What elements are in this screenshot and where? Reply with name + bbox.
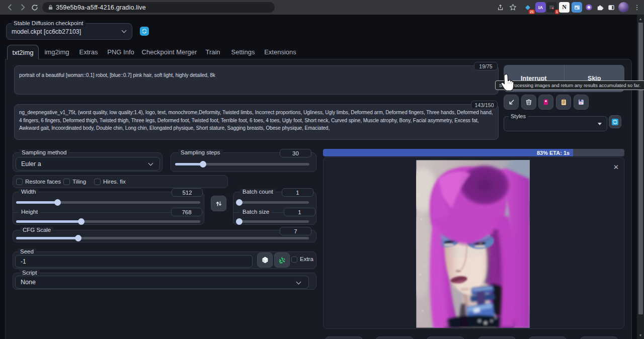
script-block: Script None xyxy=(13,273,316,290)
restore-faces-checkbox[interactable] xyxy=(16,179,23,185)
page-scrollbar[interactable]: ▲ ▼ xyxy=(637,15,644,339)
bookmark-star-icon[interactable] xyxy=(507,0,518,15)
lock-icon xyxy=(48,5,53,10)
gallery-action-button[interactable] xyxy=(376,336,414,339)
slider-handle[interactable] xyxy=(75,235,82,241)
refresh-checkpoint-button[interactable] xyxy=(140,27,149,36)
batch-count-slider[interactable] xyxy=(236,201,309,204)
reload-button[interactable] xyxy=(29,0,40,15)
save-style-button[interactable] xyxy=(574,95,589,110)
script-dropdown[interactable]: None xyxy=(15,276,309,289)
save-style-floppy-icon xyxy=(578,99,585,106)
extension-screenshot-icon[interactable] xyxy=(572,2,582,13)
prompt-textarea[interactable]: portrait of a beautiful [woman::0.1] rob… xyxy=(14,65,499,95)
address-bar[interactable]: 359e5b9a-a5ff-4216.gradio.live xyxy=(42,2,275,13)
sampling-steps-block: Sampling steps 30 xyxy=(171,152,316,172)
tab-checkpoint-merger[interactable]: Checkpoint Merger xyxy=(138,45,201,59)
dice-icon xyxy=(262,257,269,264)
gallery-action-button[interactable] xyxy=(529,336,567,339)
tab-bar: txt2img img2img Extras PNG Info Checkpoi… xyxy=(5,45,632,59)
negative-prompt-textarea[interactable]: ng_deepnegative_v1_75t, (worst quality, … xyxy=(14,104,499,140)
sampling-method-block: Sampling method Euler a xyxy=(13,152,163,172)
tiling-checkbox[interactable] xyxy=(63,179,70,185)
tab-img2img[interactable]: img2img xyxy=(39,45,74,59)
clear-prompt-button[interactable] xyxy=(521,95,536,110)
sampling-steps-slider[interactable] xyxy=(175,163,309,165)
gallery-action-button[interactable] xyxy=(478,336,516,339)
hires-fix-checkbox[interactable] xyxy=(94,179,101,185)
chevron-down-icon xyxy=(598,123,602,125)
share-icon[interactable] xyxy=(495,0,506,15)
apply-style-button[interactable] xyxy=(556,95,571,110)
width-slider[interactable] xyxy=(16,201,200,204)
interrupt-tooltip: Stop processing images and return any re… xyxy=(495,80,644,90)
sampling-steps-input[interactable]: 30 xyxy=(280,149,311,157)
tab-txt2img[interactable]: txt2img xyxy=(7,45,39,59)
output-gallery: ✕ xyxy=(323,157,624,329)
back-button[interactable] xyxy=(4,0,15,15)
width-label: Width xyxy=(19,189,38,195)
seed-input[interactable]: -1 xyxy=(15,255,253,268)
reuse-seed-button[interactable] xyxy=(274,252,290,268)
height-slider[interactable] xyxy=(16,220,200,223)
gallery-action-button[interactable] xyxy=(580,336,618,339)
url-text: 359e5b9a-a5ff-4216.gradio.live xyxy=(56,4,146,11)
forward-button[interactable] xyxy=(17,0,28,15)
refresh-icon xyxy=(611,118,619,126)
extension-ia-icon[interactable]: IA xyxy=(535,2,546,13)
read-params-button[interactable] xyxy=(504,95,519,110)
extension-dark-icon[interactable]: 1 xyxy=(546,2,557,13)
scroll-down-arrow[interactable]: ▼ xyxy=(637,331,644,338)
extension-diamond-icon[interactable]: 21 xyxy=(522,2,533,13)
extensions-puzzle-icon[interactable] xyxy=(595,0,605,15)
extension-badge: 1 xyxy=(555,10,559,14)
scroll-up-arrow[interactable]: ▲ xyxy=(637,15,644,22)
close-preview-icon[interactable]: ✕ xyxy=(613,163,619,171)
generated-image-preview[interactable] xyxy=(416,160,530,328)
mouse-cursor-hand xyxy=(501,73,514,94)
progress-text: 83% ETA: 1s xyxy=(537,150,570,156)
slider-handle[interactable] xyxy=(236,218,243,225)
slider-handle[interactable] xyxy=(78,218,85,225)
cfg-scale-slider[interactable] xyxy=(16,237,309,239)
extra-seed-checkbox[interactable] xyxy=(291,257,297,263)
chevron-down-icon xyxy=(296,280,301,285)
side-panel-icon[interactable] xyxy=(606,0,616,15)
extension-office-icon[interactable] xyxy=(584,2,594,13)
gallery-action-button[interactable] xyxy=(325,336,363,339)
chevron-down-icon xyxy=(148,161,153,166)
batch-size-label: Batch size xyxy=(240,209,272,215)
swap-dimensions-button[interactable] xyxy=(211,196,226,211)
random-seed-button[interactable] xyxy=(257,252,273,268)
tab-train[interactable]: Train xyxy=(201,45,225,59)
browser-menu-icon[interactable]: ⋮ xyxy=(632,0,641,15)
checkpoint-dropdown[interactable]: Stable Diffusion checkpoint model.ckpt [… xyxy=(6,23,132,40)
batch-block: Batch count 1 Batch size 1 xyxy=(233,192,316,225)
tab-png-info[interactable]: PNG Info xyxy=(104,45,138,59)
gallery-action-button[interactable] xyxy=(427,336,464,339)
batch-size-input[interactable]: 1 xyxy=(284,208,315,216)
slider-handle[interactable] xyxy=(236,199,243,206)
sampling-method-label: Sampling method xyxy=(19,149,69,156)
tab-extras[interactable]: Extras xyxy=(73,45,104,59)
batch-count-input[interactable]: 1 xyxy=(282,188,313,197)
tab-settings[interactable]: Settings xyxy=(225,45,261,59)
generation-progressbar: 83% ETA: 1s xyxy=(323,149,624,156)
refresh-icon xyxy=(141,28,147,34)
extra-networks-button[interactable] xyxy=(538,95,553,110)
slider-handle[interactable] xyxy=(200,161,206,167)
cfg-scale-input[interactable]: 7 xyxy=(280,227,311,235)
sampling-method-dropdown[interactable]: Euler a xyxy=(16,157,160,171)
batch-count-label: Batch count xyxy=(240,189,276,195)
styles-dropdown[interactable]: Styles xyxy=(504,116,607,131)
width-input[interactable]: 512 xyxy=(172,188,203,197)
profile-avatar[interactable] xyxy=(618,2,629,13)
tab-extensions[interactable]: Extensions xyxy=(261,45,299,59)
batch-size-slider[interactable] xyxy=(236,220,309,223)
scrollbar-thumb[interactable] xyxy=(638,23,643,314)
height-input[interactable]: 768 xyxy=(171,208,202,216)
extension-notion-icon[interactable]: N xyxy=(559,2,570,13)
slider-handle[interactable] xyxy=(54,199,61,206)
txt2img-panel: portrait of a beautiful [woman::0.1] rob… xyxy=(5,59,632,339)
refresh-styles-button[interactable] xyxy=(609,115,621,128)
